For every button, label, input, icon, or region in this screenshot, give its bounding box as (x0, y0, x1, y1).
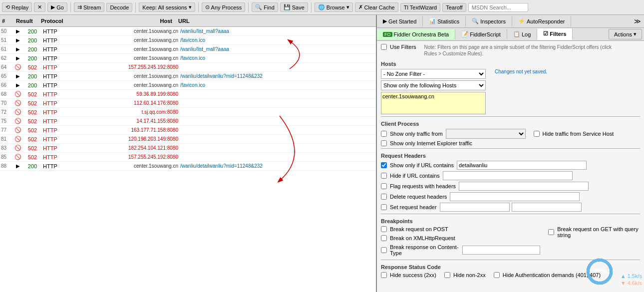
hosts-textarea[interactable]: center.1souwaang.cn (381, 92, 486, 114)
stream-button[interactable]: ⇉ Stream (74, 2, 104, 12)
hide-service-host-row: Hide traffic from Service Host (534, 131, 614, 137)
row-protocol: HTTP (43, 64, 70, 70)
row-url: /favicon.ico (180, 37, 376, 43)
tearoff-button[interactable]: Tearoff (442, 3, 466, 12)
save-button[interactable]: 💾 Save (280, 2, 308, 12)
hide-url-checkbox[interactable] (381, 173, 387, 179)
row-num: 88 (0, 163, 14, 169)
row-host: 157.255.245.192:8080 (70, 64, 180, 70)
hide-service-host-checkbox[interactable] (534, 131, 540, 137)
row-host: center.1souwang.cn (70, 73, 180, 79)
show-hosts-select[interactable]: Show only the following Hosts (381, 80, 486, 90)
tab-expand-btn[interactable]: ≫ (631, 15, 644, 27)
decode-button[interactable]: Decode (106, 3, 132, 12)
table-row[interactable]: 64 🚫 502 HTTP 157.255.245.192:8080 (0, 63, 376, 72)
traffic-from-select[interactable] (446, 129, 526, 139)
table-row[interactable]: 61 ▶ 200 HTTP center.1souwang.cn /wanliu… (0, 45, 376, 54)
row-host: center.1souwang.cn (70, 46, 180, 52)
error-icon: 🚫 (14, 154, 22, 160)
download-speed: ▼ 4.6k/s (621, 280, 642, 286)
browse-button[interactable]: 🌐 Browse ▾ (315, 2, 353, 12)
tab-fiddler-script[interactable]: 📝 FiddlerScript (455, 29, 507, 39)
table-row[interactable]: 88 ▶ 200 HTTP center.1souwang.cn /wanliu… (0, 162, 376, 171)
tab-log[interactable]: 📋 Log (507, 29, 537, 39)
progress-circle: 35% (585, 257, 614, 286)
any-process-button[interactable]: ⊙ Any Process (202, 2, 246, 12)
table-row[interactable]: 81 🚫 502 HTTP 120.198.203.149:8080 (0, 135, 376, 144)
text-wizard-button[interactable]: Tl TextWizard (400, 3, 441, 12)
col-header-protocol: Protocol (39, 18, 66, 24)
flag-headers-input[interactable] (459, 182, 589, 191)
table-row[interactable]: 51 ▶ 200 HTTP center.1souwang.cn /favico… (0, 36, 376, 45)
replay-button[interactable]: ⟲ Replay (2, 2, 32, 12)
hide-url-input[interactable] (443, 171, 573, 180)
delete-headers-checkbox[interactable] (381, 194, 387, 200)
table-row[interactable]: 75 🚫 502 HTTP 14.17.41.155:8080 (0, 117, 376, 126)
set-header-name-input[interactable] (440, 203, 510, 212)
tab-autoresponder[interactable]: ⚡ AutoResponder (512, 16, 571, 26)
break-content-type-input[interactable] (462, 246, 540, 255)
set-header-checkbox[interactable] (381, 204, 387, 210)
delete-headers-input[interactable] (450, 192, 580, 201)
arrow-icon: ▶ (14, 163, 22, 169)
break-get-checkbox[interactable] (548, 229, 554, 235)
col-header-host: Host (66, 18, 176, 24)
break-xmlhttp-row: Break on XMLHttpRequest (381, 235, 540, 241)
row-protocol: HTTP (43, 46, 70, 52)
hide-auth-checkbox[interactable] (494, 272, 500, 278)
tab-statistics[interactable]: 📊 Statistics (423, 16, 466, 26)
table-row[interactable]: 72 🚫 502 HTTP t.sj.qq.com:8080 (0, 108, 376, 117)
msdn-search-input[interactable] (468, 3, 528, 12)
show-url-label: Show only if URL contains (390, 162, 454, 168)
show-only-traffic-checkbox[interactable] (381, 131, 387, 137)
progress-text: 35% (593, 268, 606, 275)
show-only-traffic-label: Show only traffic from (390, 131, 443, 137)
table-row[interactable]: 62 ▶ 200 HTTP center.1souwang.cn /favico… (0, 54, 376, 63)
row-host: center.1souwang.cn (70, 37, 180, 43)
divider-2 (381, 148, 640, 149)
hide-non-2xx-checkbox[interactable] (444, 272, 450, 278)
error-icon: 🚫 (14, 100, 22, 106)
row-num: 85 (0, 154, 14, 160)
tab-get-started[interactable]: ▶ Get Started (377, 16, 423, 26)
replay-icon: ⟲ (5, 4, 10, 10)
table-row[interactable]: 85 🚫 502 HTTP 157.255.245.192:8080 (0, 153, 376, 162)
show-url-checkbox[interactable] (381, 162, 387, 168)
flag-headers-row: Flag requests with headers (381, 182, 640, 191)
row-host: center.1souwang.cn (70, 28, 180, 34)
table-row[interactable]: 70 🚫 502 HTTP 112.60.14.176:8080 (0, 99, 376, 108)
table-row[interactable]: 68 🚫 502 HTTP 59.36.89.199:8080 (0, 90, 376, 99)
error-icon: 🚫 (14, 145, 22, 151)
table-row[interactable]: 50 ▶ 200 HTTP center.1souwang.cn /wanliu… (0, 27, 376, 36)
find-button[interactable]: 🔍 Find (252, 2, 278, 12)
table-row[interactable]: 77 🚫 502 HTTP 163.177.71.158:8080 (0, 126, 376, 135)
show-url-input[interactable]: detailwanliu (457, 161, 587, 170)
table-row[interactable]: 65 ▶ 200 HTTP center.1souwang.cn /wanliu… (0, 72, 376, 81)
hosts-controls: - No Zone Filter - Show only the followi… (381, 69, 640, 114)
table-row[interactable]: 83 🚫 502 HTTP 182.254.104.121:8080 (0, 144, 376, 153)
show-ie-checkbox[interactable] (381, 140, 387, 146)
row-host: 120.198.203.149:8080 (70, 136, 180, 142)
break-post-checkbox[interactable] (381, 226, 387, 232)
text-wizard-icon: Tl (404, 4, 408, 10)
tab-inspectors[interactable]: 🔍 Inspectors (466, 16, 512, 26)
zone-filter-select[interactable]: - No Zone Filter - (381, 69, 486, 79)
hide-success-checkbox[interactable] (381, 272, 387, 278)
set-header-value-input[interactable] (512, 203, 582, 212)
tab-filters[interactable]: ☑ Filters (537, 28, 573, 40)
hide-url-row: Hide if URL contains (381, 171, 640, 180)
break-content-type-checkbox[interactable] (381, 247, 387, 253)
flag-headers-checkbox[interactable] (381, 183, 387, 189)
col-header-num: # (0, 18, 14, 24)
x-button[interactable]: ✕ (34, 2, 45, 12)
clear-cache-button[interactable]: ✗ Clear Cache (355, 2, 398, 12)
go-button[interactable]: ▶ Go (47, 2, 67, 12)
filters-content: Use Filters Note: Filters on this page a… (377, 41, 644, 292)
actions-button[interactable]: Actions ▾ (609, 29, 642, 39)
break-xmlhttp-checkbox[interactable] (381, 235, 387, 241)
tab-fiddler-orchestra[interactable]: FO Fiddler Orchestra Beta (377, 29, 455, 39)
table-row[interactable]: 66 ▶ 200 HTTP center.1souwang.cn /favico… (0, 81, 376, 90)
keep-button[interactable]: Keep: All sessions ▾ (139, 2, 195, 12)
row-num: 50 (0, 28, 14, 34)
use-filters-checkbox[interactable] (381, 44, 387, 50)
